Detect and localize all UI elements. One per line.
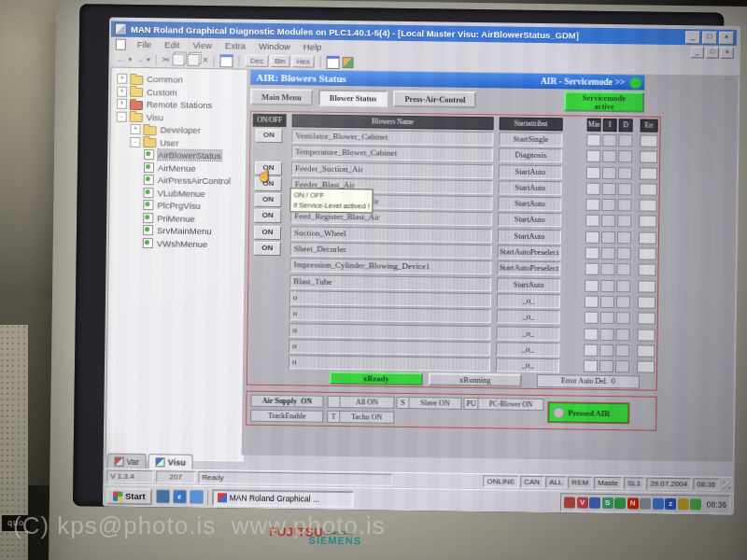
expand-icon[interactable]: + — [117, 86, 127, 96]
tree-item-label[interactable]: Common — [147, 74, 183, 85]
servicemode-label[interactable]: AIR - Servicemode >> — [541, 77, 630, 87]
close-icon[interactable]: × — [719, 31, 734, 44]
expand-icon[interactable]: + — [130, 124, 140, 134]
err-cell — [639, 248, 656, 260]
tray-icon-5[interactable] — [614, 497, 626, 509]
forward-icon[interactable]: → — [134, 53, 144, 65]
quick-launch-icon-2[interactable]: e — [173, 490, 187, 504]
all-on-cell[interactable]: All ON — [327, 396, 394, 409]
tray-icon-4[interactable]: S — [602, 497, 613, 508]
paste-icon[interactable] — [188, 54, 200, 66]
pressed-air-button[interactable]: Pressed AIR — [548, 402, 628, 423]
menu-help[interactable]: Help — [297, 41, 329, 51]
cut-icon[interactable]: ✂ — [162, 53, 171, 65]
err-cell — [639, 231, 656, 244]
tray-icon-11[interactable] — [690, 498, 701, 510]
tab-var[interactable]: Var — [106, 454, 147, 469]
maximize-icon[interactable]: □ — [702, 31, 717, 44]
tray-icon-10[interactable] — [678, 498, 689, 510]
menu-file[interactable]: File — [131, 39, 158, 49]
copy-icon[interactable] — [173, 53, 185, 65]
tree-item-label[interactable]: PriMenue — [157, 213, 195, 224]
servicemode-button[interactable]: Servicemodeactive — [564, 91, 644, 112]
nav-press-air-control-button[interactable]: Press-Air-Control — [393, 91, 476, 108]
track-enable-cell: TrackEnable — [250, 410, 323, 423]
min-cell — [584, 344, 598, 357]
tree-item-label[interactable]: AirMenue — [158, 162, 196, 174]
tacho-on-cell[interactable]: TTacho ON — [327, 411, 394, 424]
toolbar-hex-button[interactable]: Hex — [292, 55, 315, 67]
tree-item-vwshmenue[interactable]: VWshMenue — [109, 236, 246, 251]
d-cell — [616, 296, 630, 308]
min-cell — [585, 312, 599, 324]
nav-main-menu-button[interactable]: Main Menu — [250, 89, 313, 106]
toolbar-dec-button[interactable]: Dec — [246, 55, 268, 67]
mdi-close-icon[interactable]: × — [721, 47, 734, 58]
xrunning-button[interactable]: xRunning — [429, 373, 522, 387]
quick-launch-icon-3[interactable] — [190, 490, 204, 504]
collapse-icon[interactable]: - — [117, 111, 127, 121]
back-icon[interactable]: ← — [117, 53, 126, 65]
nav-blower-status-button[interactable]: Blower Status — [318, 90, 388, 107]
tray-icon-3[interactable] — [589, 497, 600, 508]
mdi-minimize-icon[interactable]: _ — [691, 47, 704, 58]
menu-view[interactable]: View — [186, 40, 218, 50]
menu-window[interactable]: Window — [252, 41, 297, 52]
tree-item-label[interactable]: SrvMainMenu — [157, 226, 212, 237]
forward-dropdown-icon[interactable]: ▾ — [147, 56, 150, 63]
tree-item-label[interactable]: AirBlowerStatus — [158, 150, 221, 161]
menu-extra[interactable]: Extra — [218, 40, 252, 51]
start-attribut-cell: StartAuto — [498, 213, 561, 228]
tree-item-label[interactable]: User — [160, 137, 178, 147]
d-cell — [616, 264, 630, 276]
tray-icon-1[interactable] — [564, 497, 575, 508]
tray-icon-7[interactable] — [640, 497, 651, 509]
toolbar-bin-button[interactable]: Bin — [270, 55, 290, 67]
on-off-button[interactable]: ON — [254, 193, 281, 207]
resize-grip[interactable] — [723, 481, 730, 488]
minimize-icon[interactable]: _ — [685, 31, 700, 44]
err-cell — [637, 329, 655, 341]
window-icon[interactable] — [220, 54, 233, 67]
tree-item-label[interactable]: Developer — [160, 125, 200, 136]
tree-item-label[interactable]: Visu — [147, 112, 163, 122]
tree-item-label[interactable]: Remote Stations — [147, 99, 212, 110]
tray-icon-9[interactable]: z — [665, 497, 676, 509]
task-button[interactable]: MAN Roland Graphical ... — [212, 489, 354, 508]
menu-edit[interactable]: Edit — [158, 39, 187, 49]
on-off-button[interactable]: ON — [254, 242, 281, 256]
back-dropdown-icon[interactable]: ▾ — [129, 55, 133, 63]
mdi-restore-icon[interactable]: □ — [706, 47, 719, 58]
tree-item-label[interactable]: PlcPrgVisu — [157, 201, 200, 212]
min-cell — [585, 279, 599, 291]
folder-icon — [130, 113, 143, 122]
tray-icon-6[interactable]: N — [627, 497, 639, 509]
tree-item-label[interactable]: Custom — [147, 87, 177, 97]
expand-icon[interactable]: + — [117, 99, 127, 109]
start-button[interactable]: Start — [106, 487, 152, 505]
start-label: Start — [125, 491, 146, 501]
on-off-button[interactable]: ON — [255, 129, 282, 143]
tab-visu[interactable]: Visu — [148, 454, 193, 469]
quick-launch-icon-1[interactable] — [156, 489, 170, 503]
tree-item-label[interactable]: VWshMenue — [157, 238, 208, 249]
on-off-button[interactable]: ON — [254, 209, 281, 223]
new-window-icon[interactable] — [327, 55, 340, 68]
run-icon[interactable] — [343, 57, 354, 68]
xready-button[interactable]: xReady — [330, 371, 423, 385]
on-off-button[interactable]: ON — [254, 225, 281, 239]
tree-item-label[interactable]: VLubMenue — [158, 188, 205, 199]
tray-icon-2[interactable]: V — [577, 497, 588, 508]
collapse-icon[interactable]: - — [130, 137, 140, 147]
air-supply-panel: Air Supply ON All ON SSlave ON PUPC-Blow… — [246, 391, 656, 431]
tray-icon-8[interactable] — [653, 497, 664, 509]
min-cell — [584, 360, 598, 372]
pc-blower-cell[interactable]: PUPC-Blower ON — [463, 398, 543, 411]
expand-icon[interactable]: + — [117, 74, 127, 84]
value-segment: 207 — [156, 470, 195, 483]
delete-icon[interactable]: × — [203, 54, 208, 66]
err-cell — [637, 344, 655, 357]
slave-on-cell[interactable]: SSlave ON — [396, 397, 461, 410]
tree-item-label[interactable]: AirPressAirControl — [158, 175, 231, 187]
start-attribut-cell: StartAuto — [498, 229, 561, 244]
